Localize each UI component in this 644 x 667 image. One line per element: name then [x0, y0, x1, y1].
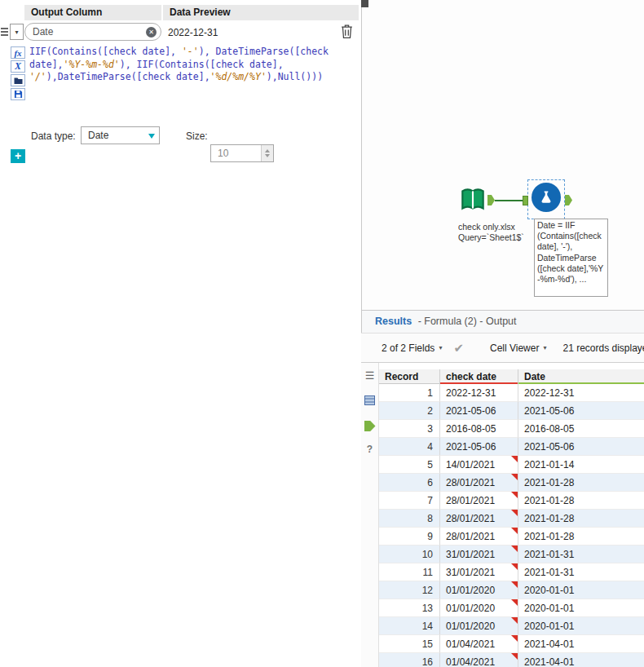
output-column-header: Output Column: [24, 5, 161, 20]
table-row[interactable]: 1601/04/20212021-04-01: [379, 653, 644, 667]
results-subtitle: - Formula (2) - Output: [418, 316, 517, 327]
table-row[interactable]: 728/01/20212021-01-28: [379, 492, 644, 510]
x-variable-icon: X: [15, 60, 21, 73]
data-preview-header: Data Preview: [163, 5, 359, 20]
check-date-cell: 28/01/2021: [440, 492, 518, 510]
date-cell: 2021-05-06: [518, 402, 644, 420]
table-row[interactable]: 828/01/20212021-01-28: [379, 510, 644, 528]
cell-viewer-selector[interactable]: Cell Viewer ▾: [490, 342, 546, 354]
date-cell: 2022-12-31: [518, 384, 644, 402]
date-cell: 2020-01-01: [518, 581, 644, 599]
check-date-column-header[interactable]: check date: [440, 369, 518, 384]
formula-tool[interactable]: [532, 183, 561, 212]
date-cell: 2021-04-01: [518, 635, 644, 653]
changed-value-flag-icon: [511, 581, 518, 588]
book-icon: [458, 185, 487, 214]
table-row[interactable]: 628/01/20212021-01-28: [379, 474, 644, 492]
help-icon[interactable]: ?: [367, 444, 373, 455]
table-row[interactable]: 1131/01/20212021-01-31: [379, 563, 644, 581]
chevron-down-icon[interactable]: ▾: [10, 24, 24, 40]
spinner-up-icon: [265, 149, 270, 152]
date-cell: 2020-01-01: [518, 617, 644, 635]
record-column-header[interactable]: Record: [379, 369, 440, 384]
table-row[interactable]: 12022-12-312022-12-31: [379, 384, 644, 402]
record-cell: 11: [379, 563, 440, 581]
expression-segment: '%Y-%m-%d': [64, 59, 120, 70]
expression-editor[interactable]: IIF(Contains([check date], '-'), DateTim…: [29, 46, 372, 84]
table-row[interactable]: 928/01/20212021-01-28: [379, 528, 644, 546]
table-row[interactable]: 1201/01/20202020-01-01: [379, 581, 644, 599]
table-row[interactable]: 1301/01/20202020-01-01: [379, 599, 644, 617]
date-cell: 2021-01-28: [518, 492, 644, 510]
flask-icon: [538, 189, 554, 205]
changed-value-flag-icon: [511, 653, 518, 660]
row-handle-icon[interactable]: [1, 26, 8, 38]
record-cell: 12: [379, 581, 440, 599]
delete-column-button[interactable]: [340, 24, 354, 39]
changed-value-flag-icon: [511, 510, 518, 516]
results-toolbar: 2 of 2 Fields ▾ ✔ Cell Viewer ▾ 21 recor…: [361, 333, 644, 363]
expression-segment: ), IIF(Contains([check date],: [120, 59, 284, 70]
caret-down-icon: ▾: [439, 344, 442, 351]
date-cell: 2016-08-05: [518, 420, 644, 438]
size-input[interactable]: [211, 145, 258, 161]
record-cell: 10: [379, 546, 440, 563]
fx-icon: fx: [14, 48, 21, 58]
check-date-cell: 2021-05-06: [440, 438, 518, 456]
input-tool-annotation[interactable]: check only.xlsx Query=`Sheet1$`: [458, 222, 530, 243]
table-row[interactable]: 42021-05-062021-05-06: [379, 438, 644, 456]
changed-value-flag-icon: [511, 617, 518, 624]
size-field[interactable]: [210, 144, 274, 162]
data-type-value: Date: [88, 130, 108, 141]
records-info: 21 records displayed: [562, 342, 644, 354]
record-cell: 1: [379, 384, 440, 402]
check-date-cell: 28/01/2021: [440, 474, 518, 492]
table-row[interactable]: 1501/04/20212021-04-01: [379, 635, 644, 653]
check-date-header-label: check date: [446, 371, 496, 382]
input-anchor-view-icon[interactable]: [364, 394, 375, 409]
data-type-select[interactable]: Date: [81, 126, 160, 144]
saved-expressions-button[interactable]: [11, 88, 25, 100]
table-header-row: Record check date Date: [379, 369, 644, 384]
clear-icon[interactable]: ✕: [146, 27, 157, 38]
apply-check-icon[interactable]: ✔: [453, 341, 464, 356]
connection-line[interactable]: [495, 200, 524, 201]
add-column-button[interactable]: +: [11, 149, 25, 163]
table-row[interactable]: 514/01/20212021-01-14: [379, 456, 644, 474]
trash-icon: [340, 24, 354, 39]
fields-selector-label: 2 of 2 Fields: [382, 342, 434, 354]
size-spinner[interactable]: [261, 145, 273, 161]
check-date-cell: 14/01/2021: [440, 456, 518, 474]
check-date-cell: 01/01/2020: [440, 617, 518, 635]
record-cell: 9: [379, 528, 440, 546]
check-date-cell: 01/04/2021: [440, 635, 518, 653]
functions-button[interactable]: fx: [11, 46, 25, 59]
input-data-tool[interactable]: [458, 185, 487, 214]
messages-list-icon[interactable]: ☰: [365, 369, 375, 382]
expression-segment: ),DateTimeParse([check date],: [46, 71, 210, 82]
output-column-input[interactable]: [24, 23, 161, 41]
panel-splitter-handle[interactable]: [361, 0, 368, 7]
changed-value-flag-icon: [511, 563, 518, 570]
size-label: Size:: [186, 130, 208, 142]
save-disk-icon: [14, 90, 23, 99]
check-date-cell: 01/01/2020: [440, 581, 518, 599]
date-cell: 2021-01-31: [518, 546, 644, 563]
cell-viewer-label: Cell Viewer: [490, 342, 539, 354]
table-row[interactable]: 32016-08-052016-08-05: [379, 420, 644, 438]
fields-selector[interactable]: 2 of 2 Fields ▾: [382, 342, 442, 354]
date-cell: 2021-01-28: [518, 510, 644, 528]
date-cell: 2020-01-01: [518, 599, 644, 617]
formula-tool-input-anchor[interactable]: [523, 196, 528, 205]
table-row[interactable]: 22021-05-062021-05-06: [379, 402, 644, 420]
date-column-header[interactable]: Date: [518, 369, 644, 384]
results-header: Results - Formula (2) - Output: [375, 316, 517, 327]
formula-tool-annotation[interactable]: Date = IIF (Contains([check date], '-'),…: [534, 219, 608, 297]
columns-button[interactable]: X: [11, 60, 25, 73]
output-anchor-tab-icon[interactable]: [364, 421, 376, 431]
table-row[interactable]: 1031/01/20212021-01-31: [379, 546, 644, 563]
check-date-cell: 2016-08-05: [440, 420, 518, 438]
constants-button[interactable]: [11, 74, 25, 86]
table-row[interactable]: 1401/01/20202020-01-01: [379, 617, 644, 635]
date-header-label: Date: [524, 371, 545, 382]
